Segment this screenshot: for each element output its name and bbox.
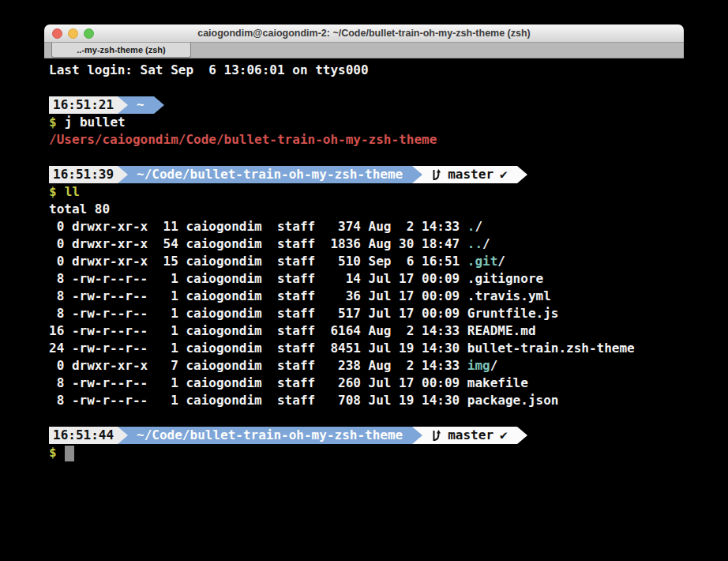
file-row: 8 -rw-r--r-- 1 caiogondim staff 517 Jul … bbox=[49, 305, 728, 322]
file-row: 8 -rw-r--r-- 1 caiogondim staff 14 Jul 1… bbox=[49, 270, 728, 288]
file-row-meta: 8 -rw-r--r-- 1 caiogondim staff 708 Jul … bbox=[49, 393, 467, 408]
current-input-line[interactable]: $ bbox=[49, 444, 728, 461]
git-clean-check-icon: ✔ bbox=[500, 427, 508, 444]
file-row: 8 -rw-r--r-- 1 caiogondim staff 708 Jul … bbox=[49, 392, 728, 409]
terminal-content[interactable]: Last login: Sat Sep 6 13:06:01 on ttys00… bbox=[49, 62, 728, 461]
prompt-line-1: 16:51:21 ~ bbox=[49, 96, 728, 114]
listing-total: total 80 bbox=[49, 201, 728, 218]
command-line-1: $j bullet bbox=[49, 114, 728, 131]
prompt-path-segment: ~/Code/bullet-train-oh-my-zsh-theme bbox=[118, 166, 412, 183]
terminal-window: caiogondim@caiogondim-2: ~/Code/bullet-t… bbox=[44, 24, 684, 58]
prompt-dollar: $ bbox=[49, 115, 57, 130]
traffic-lights bbox=[52, 24, 94, 42]
git-branch-icon bbox=[431, 429, 441, 442]
tab-bar: ..-my-zsh-theme (zsh) bbox=[44, 43, 684, 58]
file-row-meta: 16 -rw-r--r-- 1 caiogondim staff 6164 Au… bbox=[49, 323, 467, 338]
prompt-line-2: 16:51:39 ~/Code/bullet-train-oh-my-zsh-t… bbox=[49, 166, 728, 183]
file-name: .. bbox=[467, 236, 482, 251]
file-row-meta: 0 drwxr-xr-x 15 caiogondim staff 510 Sep… bbox=[49, 254, 467, 269]
git-clean-check-icon: ✔ bbox=[500, 166, 508, 183]
file-row: 0 drwxr-xr-x 15 caiogondim staff 510 Sep… bbox=[49, 253, 728, 270]
last-login-line: Last login: Sat Sep 6 13:06:01 on ttys00… bbox=[49, 62, 728, 79]
command-text: j bullet bbox=[65, 115, 126, 130]
file-row-meta: 0 drwxr-xr-x 54 caiogondim staff 1836 Au… bbox=[49, 236, 467, 251]
tab-label: ..-my-zsh-theme (zsh) bbox=[77, 45, 165, 55]
file-row-meta: 0 drwxr-xr-x 7 caiogondim staff 238 Aug … bbox=[49, 358, 467, 373]
window-titlebar[interactable]: caiogondim@caiogondim-2: ~/Code/bullet-t… bbox=[44, 24, 684, 43]
file-name: README.md bbox=[467, 323, 536, 338]
file-row: 0 drwxr-xr-x 7 caiogondim staff 238 Aug … bbox=[49, 357, 728, 375]
file-name: .git bbox=[467, 254, 498, 269]
file-name: package.json bbox=[467, 393, 559, 408]
file-row: 8 -rw-r--r-- 1 caiogondim staff 36 Jul 1… bbox=[49, 288, 728, 305]
file-suffix: / bbox=[482, 236, 490, 251]
prompt-git-segment: master ✔ bbox=[412, 427, 516, 444]
prompt-time-segment: 16:51:21 bbox=[49, 96, 118, 114]
minimize-button[interactable] bbox=[68, 28, 78, 39]
prompt-git-segment: master ✔ bbox=[412, 166, 516, 183]
prompt-path-segment: ~/Code/bullet-train-oh-my-zsh-theme bbox=[118, 427, 412, 444]
file-row: 8 -rw-r--r-- 1 caiogondim staff 260 Jul … bbox=[49, 375, 728, 392]
file-name: img bbox=[467, 358, 490, 373]
file-row: 24 -rw-r--r-- 1 caiogondim staff 8451 Ju… bbox=[49, 340, 728, 357]
file-suffix: / bbox=[475, 219, 482, 234]
file-name: makefile bbox=[467, 375, 528, 390]
file-name: .travis.yml bbox=[467, 288, 551, 303]
file-name: .gitignore bbox=[467, 271, 543, 286]
tab-active[interactable]: ..-my-zsh-theme (zsh) bbox=[51, 43, 191, 58]
file-suffix: / bbox=[497, 254, 505, 269]
command-line-2: $ll bbox=[49, 183, 728, 201]
file-row: 0 drwxr-xr-x 54 caiogondim staff 1836 Au… bbox=[49, 235, 728, 253]
prompt-dollar: $ bbox=[49, 445, 57, 460]
git-branch-icon bbox=[431, 168, 441, 182]
file-name: Gruntfile.js bbox=[467, 306, 559, 321]
file-row-meta: 8 -rw-r--r-- 1 caiogondim staff 36 Jul 1… bbox=[49, 288, 467, 303]
prompt-line-3: 16:51:44 ~/Code/bullet-train-oh-my-zsh-t… bbox=[49, 427, 728, 444]
zoom-button[interactable] bbox=[84, 28, 94, 39]
git-branch-label: master bbox=[448, 166, 493, 183]
command-output: /Users/caiogondim/Code/bullet-train-oh-m… bbox=[49, 131, 728, 149]
terminal-cursor bbox=[65, 446, 74, 461]
file-name: . bbox=[467, 219, 475, 234]
command-text: ll bbox=[65, 184, 80, 199]
file-row: 0 drwxr-xr-x 11 caiogondim staff 374 Aug… bbox=[49, 218, 728, 235]
window-title: caiogondim@caiogondim-2: ~/Code/bullet-t… bbox=[44, 24, 684, 42]
file-row-meta: 8 -rw-r--r-- 1 caiogondim staff 14 Jul 1… bbox=[49, 271, 467, 286]
file-row-meta: 24 -rw-r--r-- 1 caiogondim staff 8451 Ju… bbox=[49, 341, 467, 356]
file-row-meta: 8 -rw-r--r-- 1 caiogondim staff 517 Jul … bbox=[49, 306, 467, 321]
close-button[interactable] bbox=[52, 28, 62, 39]
file-row-meta: 8 -rw-r--r-- 1 caiogondim staff 260 Jul … bbox=[49, 375, 467, 390]
file-row-meta: 0 drwxr-xr-x 11 caiogondim staff 374 Aug… bbox=[49, 219, 467, 234]
file-listing: 0 drwxr-xr-x 11 caiogondim staff 374 Aug… bbox=[49, 218, 728, 409]
file-suffix: / bbox=[490, 358, 498, 373]
file-name: bullet-train.zsh-theme bbox=[467, 341, 635, 356]
prompt-time-segment: 16:51:39 bbox=[49, 166, 118, 183]
prompt-dollar: $ bbox=[49, 184, 57, 199]
file-row: 16 -rw-r--r-- 1 caiogondim staff 6164 Au… bbox=[49, 322, 728, 340]
git-branch-label: master bbox=[448, 427, 493, 444]
prompt-time-segment: 16:51:44 bbox=[49, 427, 118, 444]
